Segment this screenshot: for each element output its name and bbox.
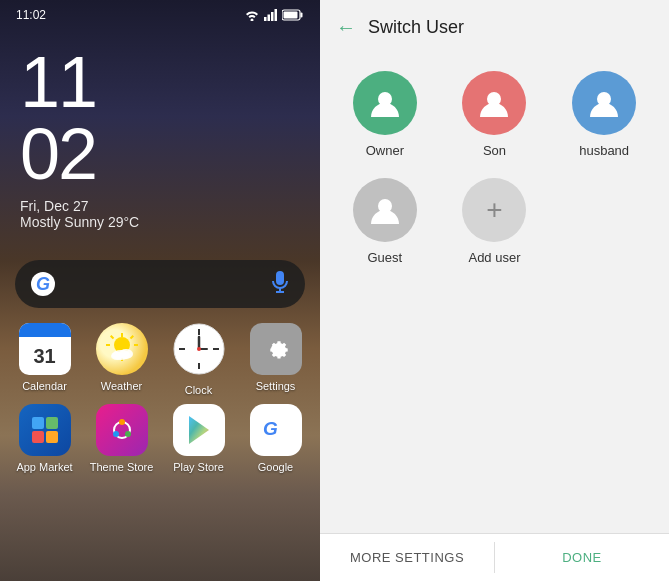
app-playstore-label: Play Store — [173, 461, 224, 473]
avatar-owner — [353, 71, 417, 135]
more-settings-button[interactable]: MORE SETTINGS — [320, 534, 494, 581]
app-weather-label: Weather — [101, 380, 142, 392]
clock-minute: 02 — [20, 118, 300, 190]
app-appmarket-label: App Market — [16, 461, 72, 473]
svg-rect-2 — [271, 12, 274, 21]
mic-icon[interactable] — [271, 271, 289, 298]
user-husband[interactable]: husband — [559, 71, 649, 158]
app-google[interactable]: G Google — [241, 404, 310, 473]
svg-point-19 — [111, 352, 123, 360]
status-icons — [244, 9, 304, 21]
app-calendar[interactable]: 31 Calendar — [10, 323, 79, 396]
app-calendar-label: Calendar — [22, 380, 67, 392]
app-weather[interactable]: Weather — [87, 323, 156, 396]
clock-icon — [173, 323, 225, 379]
clock-display: 11 02 Fri, Dec 27 Mostly Sunny 29°C — [0, 26, 320, 240]
clock-weather: Mostly Sunny 29°C — [20, 214, 300, 230]
battery-icon — [282, 9, 304, 21]
svg-rect-32 — [46, 431, 58, 443]
app-settings[interactable]: Settings — [241, 323, 310, 396]
svg-rect-31 — [32, 431, 44, 443]
clock-hour: 11 — [20, 46, 300, 118]
user-grid: Owner Son husband — [320, 51, 669, 285]
avatar-husband — [572, 71, 636, 135]
svg-text:G: G — [263, 418, 278, 439]
add-plus-icon: + — [486, 194, 502, 226]
user-guest-name: Guest — [367, 250, 402, 265]
avatar-guest — [353, 178, 417, 242]
app-grid-row2: App Market Theme Store — [0, 404, 320, 473]
svg-point-36 — [113, 431, 119, 437]
user-son-name: Son — [483, 143, 506, 158]
done-button[interactable]: DONE — [495, 534, 669, 581]
back-arrow-icon[interactable]: ← — [336, 16, 356, 39]
svg-rect-0 — [264, 17, 267, 21]
svg-marker-37 — [189, 416, 209, 444]
app-grid-row1: 31 Calendar Weather — [0, 323, 320, 396]
weather-icon — [96, 323, 148, 375]
status-time: 11:02 — [16, 8, 46, 22]
user-husband-name: husband — [579, 143, 629, 158]
user-owner-name: Owner — [366, 143, 404, 158]
status-bar: 11:02 — [0, 0, 320, 26]
panel-header: ← Switch User — [320, 0, 669, 51]
playstore-icon — [173, 404, 225, 456]
svg-rect-5 — [301, 13, 303, 18]
svg-point-35 — [125, 431, 131, 437]
svg-rect-30 — [46, 417, 58, 429]
svg-rect-6 — [284, 12, 298, 19]
clock-date: Fri, Dec 27 — [20, 198, 300, 214]
avatar-son — [462, 71, 526, 135]
app-themestore[interactable]: Theme Store — [87, 404, 156, 473]
svg-point-28 — [197, 347, 201, 351]
user-guest[interactable]: Guest — [340, 178, 430, 265]
svg-line-16 — [130, 336, 133, 339]
user-son[interactable]: Son — [450, 71, 540, 158]
app-google-label: Google — [258, 461, 293, 473]
panel-title: Switch User — [368, 17, 464, 38]
app-appmarket[interactable]: App Market — [10, 404, 79, 473]
app-clock[interactable]: Clock — [164, 323, 233, 396]
google-g-logo: G — [31, 272, 55, 296]
add-user-name: Add user — [468, 250, 520, 265]
svg-rect-29 — [32, 417, 44, 429]
svg-line-15 — [110, 336, 113, 339]
user-owner[interactable]: Owner — [340, 71, 430, 158]
appmarket-icon — [19, 404, 71, 456]
signal-icon — [264, 9, 278, 21]
svg-rect-3 — [275, 9, 278, 21]
calendar-icon: 31 — [19, 323, 71, 375]
switch-user-panel: ← Switch User Owner Son — [320, 0, 669, 581]
svg-rect-1 — [268, 15, 271, 22]
avatar-add: + — [462, 178, 526, 242]
search-bar[interactable]: G — [15, 260, 305, 308]
bottom-buttons: MORE SETTINGS DONE — [320, 533, 669, 581]
svg-point-34 — [119, 419, 125, 425]
app-settings-label: Settings — [256, 380, 296, 392]
svg-rect-7 — [276, 271, 284, 285]
add-user-item[interactable]: + Add user — [450, 178, 540, 265]
themestore-icon — [96, 404, 148, 456]
app-clock-label: Clock — [185, 384, 213, 396]
app-playstore[interactable]: Play Store — [164, 404, 233, 473]
phone-screen: 11:02 11 02 Fri, Dec 27 Mostl — [0, 0, 320, 581]
app-themestore-label: Theme Store — [90, 461, 154, 473]
settings-icon — [250, 323, 302, 375]
wifi-icon — [244, 9, 260, 21]
google-icon: G — [250, 404, 302, 456]
